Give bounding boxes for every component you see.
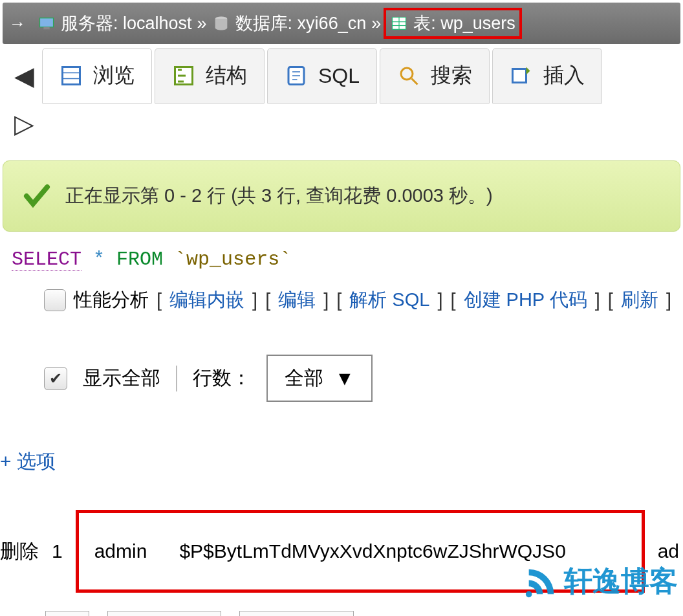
database-icon bbox=[212, 14, 230, 32]
rows-select[interactable]: 全部 ▼ bbox=[266, 355, 373, 402]
rows-label: 行数： bbox=[193, 365, 251, 391]
tab-insert[interactable]: 插入 bbox=[492, 48, 602, 104]
profiling-checkbox[interactable] bbox=[44, 289, 66, 311]
nav-more[interactable]: ▷ bbox=[0, 104, 683, 138]
server-icon bbox=[38, 14, 56, 32]
tab-insert-label: 插入 bbox=[543, 61, 585, 90]
showall-checkbox[interactable] bbox=[44, 367, 67, 390]
arrow-right-icon: → bbox=[9, 14, 26, 34]
breadcrumb-server-label: 服务器: localhost bbox=[61, 12, 192, 35]
check-icon bbox=[21, 181, 52, 212]
sql-from: FROM bbox=[116, 248, 163, 270]
tabs: 浏览 结构 SQL 搜索 插入 bbox=[42, 48, 602, 104]
refresh-link[interactable]: 刷新 bbox=[621, 287, 658, 313]
sql-tablename: `wp_users` bbox=[175, 248, 291, 270]
table-header: ▼ ID user_login user_pass us bbox=[9, 611, 683, 616]
breadcrumb-sep: » bbox=[197, 14, 207, 34]
row-user-login: admin bbox=[94, 540, 147, 562]
rows-select-value: 全部 bbox=[285, 365, 323, 391]
breadcrumb-table-label: 表: wp_users bbox=[413, 12, 515, 35]
divider bbox=[176, 366, 177, 391]
edit-link[interactable]: 编辑 bbox=[278, 287, 316, 313]
tab-structure-label: 结构 bbox=[206, 61, 247, 90]
row-user-pass: $P$BytLmTdMVyxXvdXnptc6wZJShrWQJS0 bbox=[179, 540, 565, 562]
sql-select: SELECT bbox=[12, 248, 81, 271]
row-id: 1 bbox=[52, 540, 63, 562]
tab-sql-label: SQL bbox=[318, 64, 360, 88]
nav-prev-icon[interactable]: ◀ bbox=[0, 61, 42, 91]
breadcrumb-database-label: 数据库: xyi66_cn bbox=[235, 12, 367, 35]
nav-row: ◀ 浏览 结构 SQL 搜索 插入 bbox=[0, 48, 683, 104]
showall-label: 显示全部 bbox=[83, 365, 160, 391]
browse-icon bbox=[60, 64, 83, 87]
explain-link[interactable]: 解析 SQL bbox=[349, 287, 429, 313]
tab-sql[interactable]: SQL bbox=[267, 48, 377, 104]
th-id[interactable]: ID bbox=[45, 611, 89, 616]
svg-rect-14 bbox=[513, 69, 526, 83]
bracket: [ bbox=[157, 290, 162, 311]
watermark-text: 轩逸博客 bbox=[564, 562, 678, 600]
edit-inline-link[interactable]: 编辑内嵌 bbox=[169, 287, 244, 313]
tab-browse[interactable]: 浏览 bbox=[42, 48, 152, 104]
th-user-pass[interactable]: user_pass bbox=[239, 611, 353, 616]
tab-structure[interactable]: 结构 bbox=[155, 48, 265, 104]
sql-star: * bbox=[93, 248, 105, 270]
breadcrumb-table[interactable]: 表: wp_users bbox=[384, 8, 522, 39]
svg-rect-0 bbox=[40, 18, 54, 27]
success-message: 正在显示第 0 - 2 行 (共 3 行, 查询花费 0.0003 秒。) bbox=[3, 160, 680, 232]
sql-icon bbox=[285, 64, 308, 87]
svg-point-12 bbox=[401, 68, 413, 80]
sql-query: SELECT * FROM `wp_users` bbox=[12, 248, 671, 270]
success-text: 正在显示第 0 - 2 行 (共 3 行, 查询花费 0.0003 秒。) bbox=[65, 183, 493, 209]
row-trailing: ad bbox=[658, 540, 679, 562]
svg-line-13 bbox=[412, 79, 418, 85]
create-php-link[interactable]: 创建 PHP 代码 bbox=[464, 287, 587, 313]
options-link[interactable]: + 选项 bbox=[0, 448, 683, 475]
structure-icon bbox=[172, 64, 195, 87]
profiling-label: 性能分析 bbox=[74, 287, 149, 313]
watermark: 轩逸博客 bbox=[523, 562, 678, 600]
search-icon bbox=[397, 64, 420, 87]
tab-search-label: 搜索 bbox=[431, 61, 472, 90]
breadcrumb-sep: » bbox=[371, 14, 381, 34]
chevron-down-icon: ▼ bbox=[335, 368, 354, 390]
showall-row: 显示全部 行数： 全部 ▼ bbox=[44, 355, 683, 402]
tab-search[interactable]: 搜索 bbox=[380, 48, 490, 104]
table-icon bbox=[390, 14, 408, 32]
svg-rect-1 bbox=[43, 27, 49, 30]
svg-rect-7 bbox=[63, 67, 80, 85]
th-user-login[interactable]: user_login bbox=[107, 611, 221, 616]
delete-link[interactable]: 删除 bbox=[0, 538, 39, 565]
breadcrumb-server[interactable]: 服务器: localhost bbox=[38, 12, 192, 35]
tab-browse-label: 浏览 bbox=[93, 61, 135, 90]
breadcrumb: → 服务器: localhost » 数据库: xyi66_cn » 表: wp… bbox=[3, 3, 680, 44]
profiling-row: 性能分析 [编辑内嵌] [ 编辑 ] [ 解析 SQL ] [ 创建 PHP 代… bbox=[44, 287, 683, 313]
insert-icon bbox=[510, 64, 533, 87]
rss-icon bbox=[523, 563, 560, 600]
breadcrumb-database[interactable]: 数据库: xyi66_cn bbox=[212, 12, 367, 35]
